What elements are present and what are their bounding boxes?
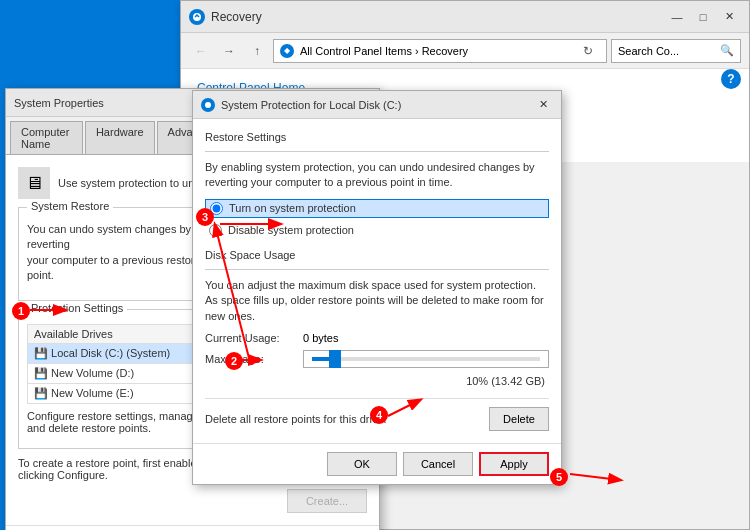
radio-off-label: Disable system protection [228,224,354,236]
radio-on-label: Turn on system protection [229,202,356,214]
protection-settings-label: Protection Settings [27,302,127,314]
slider-thumb[interactable] [329,350,341,368]
disk-space-divider [205,269,549,270]
disk-space-label: Disk Space Usage [205,249,549,261]
system-protection-close-button[interactable]: ✕ [533,96,553,114]
maximize-button[interactable]: □ [691,7,715,27]
max-usage-percent: 10% (13.42 GB) [466,375,545,387]
forward-button[interactable]: → [217,39,241,63]
drive-icon: 💾 Local Disk (C:) (System) [34,347,170,360]
annotation-3: 3 [196,208,214,226]
dialog-icon [201,98,215,112]
recovery-toolbar: ← → ↑ ◆ All Control Panel Items › Recove… [181,33,749,69]
back-button[interactable]: ← [189,39,213,63]
recovery-window-icon [189,9,205,25]
search-icon: 🔍 [720,44,734,57]
current-usage-row: Current Usage: 0 bytes [205,332,549,344]
tab-hardware[interactable]: Hardware [85,121,155,154]
svg-point-1 [205,102,211,108]
close-button[interactable]: ✕ [717,7,741,27]
minimize-button[interactable]: — [665,7,689,27]
delete-button[interactable]: Delete [489,407,549,431]
annotation-1: 1 [12,302,30,320]
annotation-5: 5 [550,468,568,486]
titlebar-controls: — □ ✕ [665,7,741,27]
max-usage-label: Max Usage: [205,353,295,365]
recovery-window-title: Recovery [211,10,659,24]
search-box[interactable]: Search Co... 🔍 [611,39,741,63]
recovery-titlebar: Recovery — □ ✕ [181,1,749,33]
tab-computer-name[interactable]: Computer Name [10,121,83,154]
disk-space-text: You can adjust the maximum disk space us… [205,278,549,324]
radio-disable[interactable]: Disable system protection [205,222,549,239]
system-protection-title: System Protection for Local Disk (C:) [221,99,527,111]
system-protection-footer: OK Cancel Apply [193,443,561,484]
dialog-content: Restore Settings By enabling system prot… [193,119,561,443]
annotation-2: 2 [225,352,243,370]
search-text: Search Co... [618,45,679,57]
max-usage-slider-container [303,350,549,368]
restore-settings-label: Restore Settings [205,131,549,143]
section-divider [205,151,549,152]
radio-turn-on[interactable]: Turn on system protection [205,199,549,218]
address-bar[interactable]: ◆ All Control Panel Items › Recovery ↻ [273,39,607,63]
refresh-button[interactable]: ↻ [576,39,600,63]
current-usage-value: 0 bytes [303,332,338,344]
restore-settings-text: By enabling system protection, you can u… [205,160,549,191]
sys-props-footer: OK Cancel Apply [6,525,379,530]
system-restore-label: System Restore [27,200,113,212]
max-usage-row: Max Usage: [205,350,549,368]
drive-icon: 💾 New Volume (D:) [34,367,134,380]
breadcrumb: All Control Panel Items › Recovery [300,45,468,57]
disk-space-section: Disk Space Usage You can adjust the maxi… [205,249,549,431]
breadcrumb-icon: ◆ [280,44,294,58]
system-protection-titlebar: System Protection for Local Disk (C:) ✕ [193,91,561,119]
slider-track [312,357,540,361]
help-button[interactable]: ? [721,69,741,89]
system-protection-cancel-button[interactable]: Cancel [403,452,473,476]
delete-text: Delete all restore points for this drive… [205,413,387,425]
radio-off-input[interactable] [209,224,222,237]
annotation-4: 4 [370,406,388,424]
system-protection-ok-button[interactable]: OK [327,452,397,476]
up-button[interactable]: ↑ [245,39,269,63]
system-protection-dialog: System Protection for Local Disk (C:) ✕ … [192,90,562,485]
current-usage-label: Current Usage: [205,332,295,344]
system-protection-apply-button[interactable]: Apply [479,452,549,476]
restore-settings-section: Restore Settings By enabling system prot… [205,131,549,239]
system-icon: 🖥 [18,167,50,199]
create-button[interactable]: Create... [287,489,367,513]
drive-icon: 💾 New Volume (E:) [34,387,134,400]
